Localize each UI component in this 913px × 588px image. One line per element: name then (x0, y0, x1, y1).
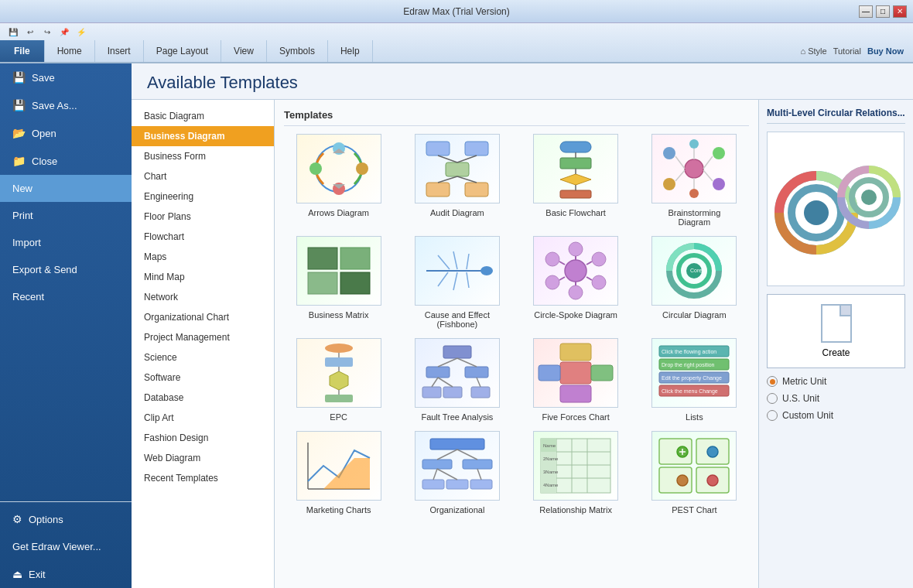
svg-rect-85 (560, 344, 591, 361)
template-flowchart[interactable]: Basic Flowchart (521, 134, 631, 227)
svg-line-31 (703, 170, 713, 181)
svg-point-26 (689, 139, 699, 149)
category-recent[interactable]: Recent Templates (132, 468, 274, 488)
category-form[interactable]: Business Form (132, 146, 274, 166)
radio-custom[interactable] (767, 410, 778, 421)
template-lists[interactable]: Click the flowing action Drop the right … (640, 338, 749, 422)
menu-save-as[interactable]: 💾 Save As... (0, 91, 132, 119)
unit-metric[interactable]: Metric Unit (767, 376, 905, 387)
preview-panel: Multi-Level Circular Relations... (758, 100, 913, 588)
category-science[interactable]: Science (132, 347, 274, 368)
menu-exit[interactable]: ⏏ Exit (0, 560, 132, 588)
unit-us-label: U.S. Unit (782, 393, 819, 404)
thumb-fault (415, 338, 500, 408)
category-network[interactable]: Network (132, 287, 274, 307)
unit-custom[interactable]: Custom Unit (767, 410, 905, 421)
thumb-arrows (296, 134, 381, 203)
template-matrix-name: Business Matrix (309, 310, 369, 320)
tab-view[interactable]: View (221, 40, 267, 62)
template-matrix[interactable]: Business Matrix (284, 236, 393, 329)
tab-page-layout[interactable]: Page Layout (144, 40, 221, 62)
svg-line-42 (453, 251, 457, 269)
template-cause[interactable]: Cause and Effect (Fishbone) (402, 236, 511, 329)
tab-help[interactable]: Help (328, 40, 373, 62)
radio-metric[interactable] (767, 376, 778, 387)
template-five-forces[interactable]: Five Forces Chart (521, 338, 631, 422)
template-circular[interactable]: Core Circular Diagram (640, 236, 749, 329)
category-business[interactable]: Business Diagram (132, 126, 274, 146)
svg-point-27 (689, 189, 699, 198)
template-pest[interactable]: PEST Chart (640, 431, 749, 514)
menu-save-as-label: Save As... (32, 100, 77, 111)
category-maps[interactable]: Maps (132, 247, 274, 267)
template-brainstorm[interactable]: Brainstorming Diagram (640, 134, 749, 227)
templates-area: Templates (275, 100, 758, 588)
unit-us[interactable]: U.S. Unit (767, 393, 905, 404)
category-web[interactable]: Web Diagram (132, 448, 274, 468)
template-audit[interactable]: Audit Diagram (402, 134, 511, 227)
menu-options[interactable]: ⚙ Options (0, 505, 132, 533)
template-content: Basic Diagram Business Diagram Business … (132, 100, 913, 588)
menu-save-label: Save (32, 72, 55, 84)
menu-close[interactable]: 📁 Close (0, 147, 132, 175)
template-epc[interactable]: EPC (284, 338, 393, 422)
minimize-button[interactable]: — (859, 5, 873, 18)
qa-extra-btn[interactable]: ⚡ (74, 26, 88, 38)
menu-import[interactable]: Import (0, 229, 132, 256)
category-clipart[interactable]: Clip Art (132, 408, 274, 428)
category-fashion[interactable]: Fashion Design (132, 428, 274, 448)
category-flowchart[interactable]: Flowchart (132, 227, 274, 247)
tab-symbols[interactable]: Symbols (267, 40, 328, 62)
tab-insert[interactable]: Insert (95, 40, 144, 62)
template-arrows[interactable]: Arrows Diagram (284, 134, 393, 227)
close-button[interactable]: ✕ (893, 5, 907, 18)
category-floor[interactable]: Floor Plans (132, 207, 274, 227)
tutorial-link[interactable]: Tutorial (833, 46, 861, 56)
menu-viewer-label: Get Edraw Viewer... (12, 541, 101, 552)
category-project[interactable]: Project Management (132, 327, 274, 347)
create-button[interactable]: Create (767, 294, 905, 368)
qa-pin-btn[interactable]: 📌 (57, 26, 71, 38)
template-marketing[interactable]: Marketing Charts (284, 431, 393, 514)
thumb-audit (415, 134, 500, 203)
template-fault[interactable]: Fault Tree Analysis (402, 338, 511, 422)
menu-export[interactable]: Export & Send (0, 256, 132, 283)
template-circle-spoke[interactable]: Circle-Spoke Diagram (521, 236, 631, 329)
buy-link[interactable]: Buy Now (867, 46, 904, 56)
category-software[interactable]: Software (132, 368, 274, 388)
menu-recent[interactable]: Recent (0, 283, 132, 310)
unit-section: Metric Unit U.S. Unit Custom Unit (767, 376, 905, 421)
maximize-button[interactable]: □ (876, 5, 890, 18)
svg-line-29 (703, 156, 713, 169)
thumb-marketing (296, 431, 381, 501)
category-mindmap[interactable]: Mind Map (132, 267, 274, 287)
qa-save-btn[interactable]: 💾 (6, 26, 20, 38)
category-basic[interactable]: Basic Diagram (132, 106, 274, 126)
qa-redo-btn[interactable]: ↪ (40, 26, 54, 38)
sidebar-bottom: ⚙ Options Get Edraw Viewer... ⏏ Exit (0, 498, 132, 588)
template-relation[interactable]: Name 2Name 3Name 4Name Relationship Matr… (521, 431, 631, 514)
svg-line-46 (467, 272, 469, 288)
category-database[interactable]: Database (132, 388, 274, 408)
category-chart[interactable]: Chart (132, 166, 274, 186)
menu-open[interactable]: 📂 Open (0, 119, 132, 147)
svg-point-40 (480, 266, 493, 275)
menu-edraw-viewer[interactable]: Get Edraw Viewer... (0, 533, 132, 560)
menu-print[interactable]: Print (0, 202, 132, 229)
template-org[interactable]: Organizational (402, 431, 511, 514)
qa-undo-btn[interactable]: ↩ (23, 26, 37, 38)
tab-file[interactable]: File (0, 40, 45, 62)
category-orgchart[interactable]: Organizational Chart (132, 307, 274, 327)
tab-home[interactable]: Home (45, 40, 95, 62)
category-engineering[interactable]: Engineering (132, 186, 274, 207)
svg-rect-101 (463, 460, 492, 469)
radio-us[interactable] (767, 393, 778, 404)
unit-custom-label: Custom Unit (782, 410, 833, 421)
file-sidebar: 💾 Save 💾 Save As... 📂 Open 📁 Close New P… (0, 63, 132, 588)
style-link[interactable]: ⌂ Style (801, 46, 827, 56)
menu-new[interactable]: New (0, 175, 132, 202)
svg-point-4 (356, 162, 368, 175)
thumb-circular: Core (651, 236, 737, 306)
menu-save[interactable]: 💾 Save (0, 63, 132, 91)
template-arrows-name: Arrows Diagram (308, 208, 369, 217)
